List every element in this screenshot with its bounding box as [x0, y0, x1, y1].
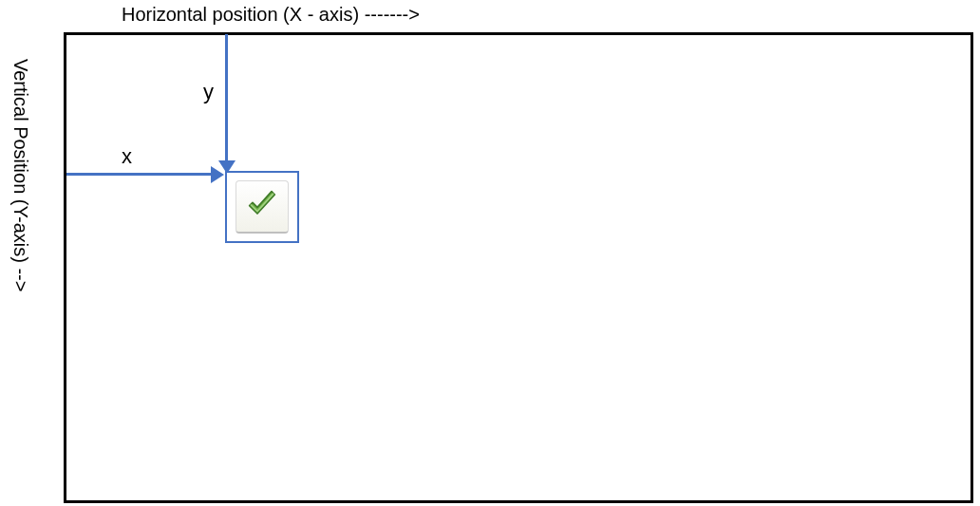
button-tile [236, 180, 289, 234]
y-marker-label: y [203, 80, 214, 104]
x-marker-label: x [122, 144, 132, 169]
y-axis-label: Vertical Position (Y-axis) --> [9, 59, 31, 291]
coordinate-container [64, 32, 973, 503]
y-axis-arrow-line [225, 34, 228, 169]
x-axis-arrow-head [211, 166, 224, 183]
x-axis-label: Horizontal position (X - axis) -------> [122, 4, 420, 26]
x-axis-arrow-line [66, 173, 217, 176]
positioned-element-box [225, 171, 299, 243]
checkmark-icon [243, 185, 281, 228]
